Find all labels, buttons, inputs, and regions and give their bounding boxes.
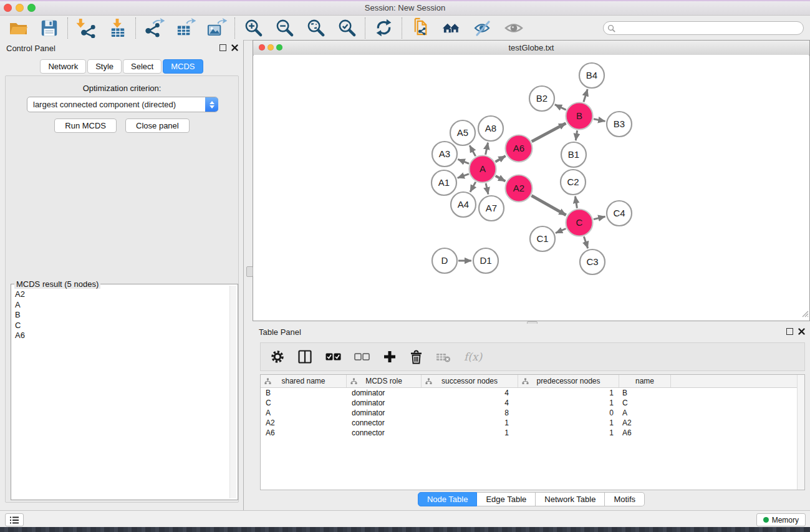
column-header-predecessor-nodes[interactable]: predecessor nodes: [518, 375, 619, 387]
mcds-result-item[interactable]: A2: [11, 289, 230, 300]
tab-node-table[interactable]: Node Table: [418, 492, 478, 506]
edge-A-A7[interactable]: [486, 183, 488, 195]
zoom-fit-icon[interactable]: [305, 17, 326, 39]
table-row[interactable]: Cdominator41C: [261, 398, 804, 408]
eye-icon[interactable]: [503, 17, 524, 39]
optimization-criterion-label: Optimization criterion:: [6, 84, 238, 93]
edge-A-A2[interactable]: [496, 176, 506, 181]
node-table-header: shared nameMCDS rolesuccessor nodesprede…: [261, 375, 804, 388]
mcds-result-item[interactable]: C: [11, 321, 230, 331]
tab-network-table[interactable]: Network Table: [536, 492, 605, 506]
import-network-icon[interactable]: [75, 17, 97, 39]
table-cell: 1: [422, 418, 518, 428]
edge-B-B3[interactable]: [594, 119, 605, 122]
network-canvas[interactable]: AA1A2A3A4A5A6A7A8BB1B2B3B4CC1C2C3C4DD1: [254, 55, 809, 320]
column-header-MCDS-role[interactable]: MCDS role: [347, 375, 422, 387]
column-header-successor-nodes[interactable]: successor nodes: [422, 375, 518, 387]
open-folder-icon[interactable]: [7, 17, 29, 39]
tab-network[interactable]: Network: [40, 59, 86, 74]
edge-A-A6[interactable]: [495, 156, 505, 162]
edge-C-C2[interactable]: [576, 196, 577, 208]
mcds-result-item[interactable]: A6: [11, 331, 230, 341]
node-label-B1: B1: [568, 149, 579, 160]
node-label-A7: A7: [486, 203, 497, 213]
search-input[interactable]: [603, 21, 804, 35]
trash-icon[interactable]: [410, 350, 423, 364]
network-graph[interactable]: AA1A2A3A4A5A6A7A8BB1B2B3B4CC1C2C3C4DD1: [254, 55, 810, 321]
mcds-result-list: A2ABCA6: [11, 289, 230, 498]
close-panel-button[interactable]: Close panel: [125, 118, 190, 133]
edge-C-C3[interactable]: [584, 236, 587, 248]
vertical-splitter-handle[interactable]: [246, 266, 253, 277]
resize-grip-icon[interactable]: [801, 309, 809, 320]
edge-C-C1[interactable]: [556, 229, 566, 233]
select-all-checkboxes-icon[interactable]: [325, 353, 341, 360]
table-cell: A2: [619, 418, 671, 428]
edge-A-A5[interactable]: [470, 145, 476, 156]
criterion-dropdown[interactable]: largest connected component (directed): [27, 97, 218, 112]
tab-style[interactable]: Style: [87, 59, 122, 74]
network-window-titlebar[interactable]: testGlobe.txt: [253, 41, 809, 56]
export-table-icon[interactable]: [175, 17, 196, 39]
node-table-body: Bdominator41BCdominator41CAdominator80AA…: [261, 388, 804, 438]
network-view-window: testGlobe.txt AA1A2A3A4A5A6A7A8BB1B2B3B4…: [253, 40, 810, 321]
save-icon[interactable]: [39, 17, 60, 39]
tab-mcds[interactable]: MCDS: [163, 59, 203, 74]
table-scrollbar[interactable]: [797, 375, 804, 490]
columns-icon[interactable]: [297, 349, 312, 364]
edge-B-B1[interactable]: [576, 130, 577, 140]
float-panel-icon[interactable]: [219, 44, 226, 51]
edge-A-A4[interactable]: [470, 182, 476, 192]
close-table-panel-icon[interactable]: [798, 328, 805, 335]
edge-B-B2[interactable]: [555, 105, 566, 110]
export-network-icon[interactable]: [143, 17, 165, 39]
memory-button[interactable]: Memory: [756, 513, 806, 526]
function-builder-icon[interactable]: f(x): [464, 351, 482, 363]
hide-graphics-icon[interactable]: [472, 17, 493, 39]
table-cell: A6: [261, 428, 347, 438]
table-row[interactable]: Bdominator41B: [261, 388, 804, 398]
zoom-out-icon[interactable]: [274, 17, 295, 39]
mcds-result-item[interactable]: B: [11, 310, 230, 321]
tab-select[interactable]: Select: [123, 59, 162, 74]
edge-A-A1[interactable]: [458, 174, 469, 178]
refresh-icon[interactable]: [373, 17, 394, 39]
home-icon[interactable]: [441, 17, 462, 39]
table-row[interactable]: Adominator80A: [261, 408, 804, 418]
import-table-icon[interactable]: [107, 17, 128, 39]
column-header-shared-name[interactable]: shared name: [261, 375, 347, 387]
tab-motifs[interactable]: Motifs: [605, 492, 645, 506]
edge-A6-B[interactable]: [532, 123, 566, 142]
mcds-result-scrollbar[interactable]: [229, 286, 236, 498]
main-toolbar: [0, 16, 810, 41]
mcds-result-item[interactable]: A: [11, 300, 230, 311]
table-cell: 0: [518, 408, 619, 418]
edge-C-C4[interactable]: [594, 216, 605, 219]
delete-table-icon[interactable]: [436, 351, 451, 363]
table-cell: dominator: [347, 398, 422, 408]
table-cell: 4: [422, 398, 518, 408]
run-mcds-button[interactable]: Run MCDS: [54, 118, 117, 133]
edge-A-A3[interactable]: [458, 159, 469, 163]
edge-A-A8[interactable]: [486, 143, 488, 155]
column-header-name[interactable]: name: [619, 375, 671, 387]
edge-A2-C[interactable]: [531, 196, 566, 215]
add-column-icon[interactable]: [383, 350, 397, 364]
table-tabs: Node Table Edge Table Network Table Moti…: [253, 492, 810, 506]
gear-icon[interactable]: [271, 350, 284, 364]
zoom-in-icon[interactable]: [243, 17, 264, 39]
tab-edge-table[interactable]: Edge Table: [477, 492, 536, 506]
node-label-C1: C1: [536, 233, 548, 244]
network-document-icon[interactable]: [410, 17, 431, 39]
export-image-icon[interactable]: [206, 17, 227, 39]
float-table-panel-icon[interactable]: [786, 328, 793, 335]
edge-B-B4[interactable]: [584, 89, 587, 102]
table-cell: 8: [422, 408, 518, 418]
task-history-button[interactable]: [5, 513, 24, 526]
deselect-all-checkboxes-icon[interactable]: [354, 353, 370, 360]
table-row[interactable]: A6connector11A6: [261, 428, 804, 438]
table-row[interactable]: A2connector11A2: [261, 418, 804, 428]
zoom-selected-icon[interactable]: [336, 17, 357, 39]
control-panel-tabs: Network Style Select MCDS: [0, 59, 243, 74]
close-panel-icon[interactable]: [231, 44, 238, 51]
